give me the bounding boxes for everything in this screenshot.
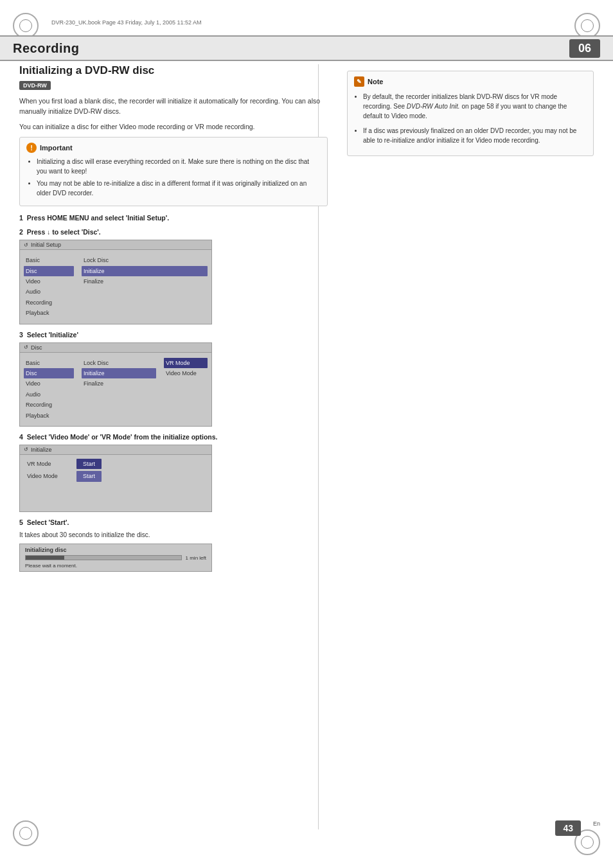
progress-wait: Please wait a moment. <box>25 563 206 569</box>
page-en: En <box>593 820 600 827</box>
menu-1-playback: Playback <box>24 308 74 318</box>
menu-screenshot-2: ↺ Disc Basic Disc Video Audio Recording … <box>19 342 212 427</box>
right-column: ✎ Note By default, the recorder initiali… <box>347 64 594 829</box>
menu-2-videomode: Video Mode <box>164 368 208 378</box>
step-3: 3 Select 'Initialize' ↺ Disc Basic Disc … <box>19 331 328 427</box>
menu-screenshot-1: ↺ Initial Setup Basic Disc Video Audio R… <box>19 240 212 324</box>
menu-1-recording: Recording <box>24 297 74 308</box>
menu-2-title: Disc <box>31 344 42 351</box>
step-5-text: Select 'Start'. <box>27 518 69 526</box>
menu-2-body: Basic Disc Video Audio Recording Playbac… <box>20 353 211 426</box>
note-icon: ✎ <box>354 76 364 87</box>
menu-1-titlebar: ↺ Initial Setup <box>20 240 211 250</box>
important-item-1: Initializing a disc will erase everythin… <box>37 157 321 176</box>
file-info: DVR-230_UK.book Page 43 Friday, July 1, … <box>51 19 201 26</box>
dvd-badge: DVD-RW <box>19 81 51 90</box>
menu-2-middle: Lock Disc Initialize Finalize <box>78 355 160 423</box>
step-5-body: It takes about 30 seconds to initialize … <box>19 530 328 540</box>
menu-1-audio: Audio <box>24 287 74 297</box>
page-title: Recording <box>13 41 79 56</box>
menu-1-disc: Disc <box>24 266 74 276</box>
progress-time: 1 min left <box>186 555 206 561</box>
step-2-text2: to select 'Disc'. <box>52 228 101 236</box>
step-2: 2 Press ↓ to select 'Disc'. ↺ Initial Se… <box>19 228 328 324</box>
step-2-text: Press <box>27 228 46 236</box>
menu-3-icon: ↺ <box>24 447 28 452</box>
menu-3-title: Initialize <box>31 447 52 453</box>
menu-2-titlebar: ↺ Disc <box>20 343 211 353</box>
menu-2-finalize: Finalize <box>82 378 156 389</box>
bottom-left-circle-inner <box>19 827 32 840</box>
menu-1-lockdisc: Lock Disc <box>82 255 208 265</box>
menu-3-row-video: Video Mode Start <box>25 471 206 481</box>
menu-2-disc: Disc <box>24 368 74 378</box>
step-3-header: 3 Select 'Initialize' <box>19 331 328 339</box>
menu-3-body: VR Mode Start Video Mode Start <box>20 455 211 511</box>
top-right-circle <box>574 13 600 39</box>
menu-1-finalize: Finalize <box>82 276 208 287</box>
important-icon: ! <box>26 143 37 153</box>
bottom-right-group: 43 En <box>574 820 600 855</box>
menu-2-video: Video <box>24 378 74 389</box>
chapter-number: 06 <box>569 39 600 58</box>
important-box: ! Important Initializing a disc will era… <box>19 137 328 206</box>
important-header: ! Important <box>26 143 321 153</box>
intro-text-2: You can initialize a disc for either Vid… <box>19 122 328 132</box>
header-bar: Recording 06 <box>0 35 613 61</box>
left-column: Initializing a DVD-RW disc DVD-RW When y… <box>19 64 328 829</box>
note-item-2: If a disc was previously finalized on an… <box>363 126 587 145</box>
note-italic-1: DVD-RW Auto Init. <box>407 103 460 110</box>
page-number-box: 43 <box>555 820 581 836</box>
note-list: By default, the recorder initializes bla… <box>354 92 587 145</box>
progress-bar-container: 1 min left <box>25 555 206 561</box>
step-4-header: 4 Select 'Video Mode' or 'VR Mode' from … <box>19 433 328 441</box>
menu-2-recording: Recording <box>24 400 74 410</box>
top-left-circle <box>13 13 39 39</box>
main-content: Initializing a DVD-RW disc DVD-RW When y… <box>19 64 594 829</box>
menu-2-audio: Audio <box>24 389 74 400</box>
step-2-num: 2 <box>19 228 23 236</box>
menu-1-icon: ↺ <box>24 242 28 248</box>
menu-1-left: Basic Disc Video Audio Recording Playbac… <box>20 252 78 321</box>
progress-menu: Initializing disc 1 min left Please wait… <box>19 544 212 572</box>
menu-3-row-vr: VR Mode Start <box>25 459 206 469</box>
menu-1-title: Initial Setup <box>31 242 61 248</box>
menu-3-videomode-label: Video Mode <box>25 471 76 481</box>
intro-text-1: When you first load a blank disc, the re… <box>19 96 328 117</box>
step-4: 4 Select 'Video Mode' or 'VR Mode' from … <box>19 433 328 512</box>
menu-screenshot-3: ↺ Initialize VR Mode Start Video Mode St… <box>19 445 212 512</box>
top-right-circle-inner <box>581 19 594 32</box>
menu-2-initialize: Initialize <box>82 368 156 378</box>
step-3-num: 3 <box>19 331 23 339</box>
menu-1-initialize: Initialize <box>82 266 208 276</box>
menu-3-vrmode-start: Start <box>76 459 102 469</box>
note-header: ✎ Note <box>354 76 587 87</box>
important-list: Initializing a disc will erase everythin… <box>26 157 321 198</box>
menu-2-vrmode: VR Mode <box>164 358 208 368</box>
top-crosshairs <box>0 13 613 39</box>
section-title: Initializing a DVD-RW disc <box>19 64 328 77</box>
step-2-header: 2 Press ↓ to select 'Disc'. <box>19 228 328 236</box>
menu-2-playback: Playback <box>24 411 74 421</box>
step-5: 5 Select 'Start'. It takes about 30 seco… <box>19 518 328 572</box>
step-5-header: 5 Select 'Start'. <box>19 518 328 526</box>
step-4-text: Select 'Video Mode' or 'VR Mode' from th… <box>27 433 218 441</box>
menu-3-titlebar: ↺ Initialize <box>20 445 211 455</box>
progress-bar-outer <box>25 555 182 560</box>
step-1-text: Press HOME MENU and select 'Initial Setu… <box>27 214 169 222</box>
menu-3-spacer <box>25 482 206 508</box>
menu-2-right: VR Mode Video Mode <box>160 355 211 423</box>
note-item-1: By default, the recorder initializes bla… <box>363 92 587 121</box>
progress-bar-inner <box>26 556 64 560</box>
step-4-num: 4 <box>19 433 23 441</box>
progress-title: Initializing disc <box>25 547 206 553</box>
note-box: ✎ Note By default, the recorder initiali… <box>347 71 594 156</box>
important-title: Important <box>40 144 73 152</box>
step-1-header: 1 Press HOME MENU and select 'Initial Se… <box>19 214 328 222</box>
menu-1-body: Basic Disc Video Audio Recording Playbac… <box>20 250 211 323</box>
step-1: 1 Press HOME MENU and select 'Initial Se… <box>19 214 328 222</box>
menu-1-right: Lock Disc Initialize Finalize <box>78 252 211 321</box>
top-left-circle-inner <box>19 19 32 32</box>
step-1-num: 1 <box>19 214 23 222</box>
step-2-arrow: ↓ <box>47 229 50 236</box>
